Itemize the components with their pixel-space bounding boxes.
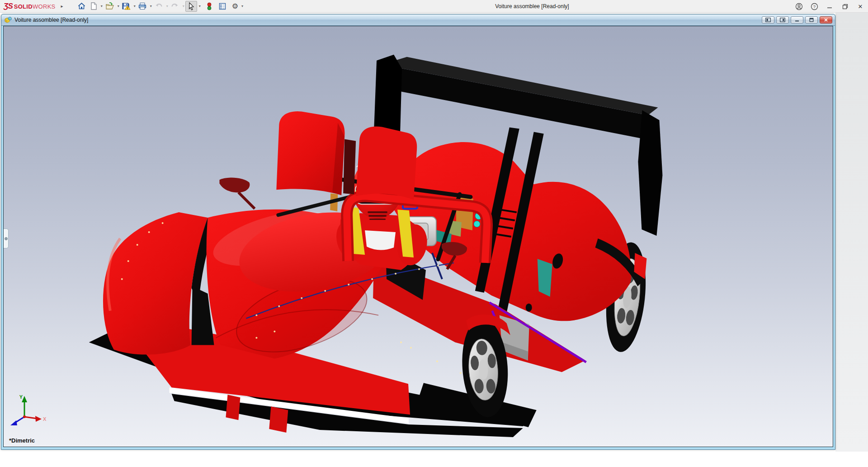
assembly-document-icon [4, 16, 12, 24]
document-window: Voiture assomblee [Read-only] [1, 14, 835, 450]
pane-left-button[interactable] [762, 16, 774, 24]
select-dropdown-caret[interactable]: ▾ [199, 4, 201, 8]
new-dropdown-caret[interactable]: ▾ [101, 4, 103, 8]
splitter-post [269, 406, 288, 433]
doc-restore-icon [809, 18, 814, 22]
save-icon [122, 2, 131, 10]
minimize-button[interactable] [822, 0, 837, 13]
app-title: Voiture assomblee [Read-only] [495, 3, 569, 10]
print-button[interactable] [137, 1, 148, 12]
home-button[interactable] [76, 1, 87, 12]
feature-tree-flyout-handle[interactable] [4, 229, 9, 248]
file-properties-icon [218, 2, 226, 10]
app-window-controls: ? ✕ [791, 0, 868, 13]
helmet-vents [368, 211, 387, 220]
splitter-post [226, 395, 240, 420]
pane-left-icon [765, 18, 771, 22]
door-window-teal [538, 259, 552, 297]
new-document-button[interactable] [88, 1, 99, 12]
doc-close-button[interactable]: ✕ [820, 16, 832, 24]
solidworks-logo[interactable]: ƷS SOLID WORKS [4, 2, 56, 11]
task-pane-collapsed-strip[interactable] [835, 13, 868, 452]
y-axis-label: Y [19, 394, 23, 400]
file-properties-button[interactable] [217, 1, 228, 12]
pane-right-icon [780, 18, 785, 22]
home-icon [77, 2, 86, 10]
help-icon: ? [811, 3, 818, 10]
account-icon [795, 3, 803, 10]
close-icon: ✕ [858, 3, 863, 10]
doc-restore-button[interactable] [805, 16, 818, 24]
z-axis-arrow [10, 420, 17, 425]
print-dropdown-caret[interactable]: ▾ [150, 4, 152, 8]
app-client-area: Voiture assomblee [Read-only] [0, 13, 868, 467]
options-dropdown-caret[interactable]: ▾ [241, 4, 243, 8]
options-button[interactable]: ⚙ [231, 1, 240, 12]
suit-chest [365, 230, 396, 250]
open-folder-icon [105, 2, 114, 10]
orientation-triad: Y X [6, 393, 47, 432]
pane-right-button[interactable] [776, 16, 789, 24]
open-dropdown-caret[interactable]: ▾ [118, 4, 119, 8]
view-orientation-label: *Dimetric [9, 437, 35, 444]
redo-icon [170, 2, 179, 10]
options-gear-icon: ⚙ [232, 3, 238, 10]
save-button[interactable] [120, 1, 132, 12]
print-icon [138, 2, 147, 10]
menu-expand-arrow[interactable]: ▸ [61, 4, 63, 9]
restore-button[interactable] [837, 0, 853, 13]
fuel-cap [526, 304, 532, 312]
redo-dropdown-caret[interactable]: ▾ [183, 4, 184, 8]
doc-minimize-icon [795, 18, 799, 22]
undo-icon [154, 2, 163, 10]
rebuild-traffic-light-icon [207, 2, 212, 11]
race-car-model[interactable] [4, 26, 833, 447]
select-tool-button[interactable] [185, 1, 197, 12]
undo-button[interactable] [153, 1, 165, 12]
x-axis-label: X [43, 416, 47, 422]
document-titlebar[interactable]: Voiture assomblee [Read-only] [1, 14, 835, 26]
close-button[interactable]: ✕ [853, 0, 868, 13]
document-window-buttons: ✕ [762, 16, 832, 24]
doc-minimize-button[interactable] [791, 16, 803, 24]
doc-close-icon: ✕ [824, 18, 828, 23]
account-button[interactable] [791, 0, 807, 13]
save-dropdown-caret[interactable]: ▾ [134, 4, 136, 8]
graphics-viewport[interactable]: Y X *Dimetric [3, 26, 833, 447]
redo-button[interactable] [169, 1, 181, 12]
quick-access-toolbar: ▾ ▾ ▾ [76, 1, 243, 12]
help-button[interactable]: ? [807, 0, 822, 13]
app-titlebar: ƷS SOLID WORKS ▸ ▾ ▾ [0, 0, 868, 13]
minimize-icon [827, 4, 832, 9]
new-document-icon [90, 2, 98, 10]
x-axis-arrow [35, 416, 42, 422]
restore-icon [842, 4, 848, 10]
solidworks-logo-mark: ƷS [4, 2, 13, 11]
rebuild-button[interactable] [205, 1, 213, 12]
svg-text:?: ? [813, 4, 815, 9]
select-cursor-icon [187, 2, 195, 11]
undo-dropdown-caret[interactable]: ▾ [166, 4, 168, 8]
open-button[interactable] [104, 1, 116, 12]
document-title: Voiture assomblee [Read-only] [14, 17, 88, 23]
